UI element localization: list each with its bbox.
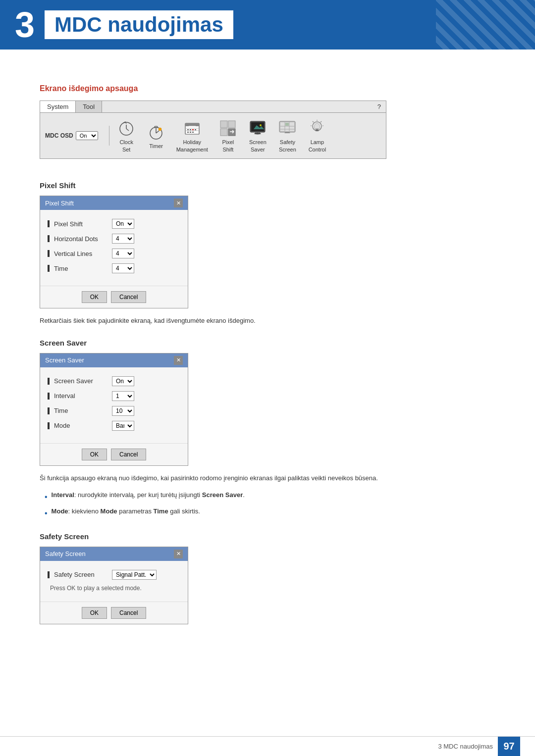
mode-bold2: Mode	[101, 507, 117, 515]
pixel-shift-label-text: Pixel Shift	[54, 220, 83, 228]
screen-saver-close-button[interactable]: ✕	[174, 356, 183, 365]
dialog-row-time: Time 4123	[48, 263, 180, 273]
svg-rect-38	[316, 130, 319, 131]
pixel-shift-close-button[interactable]: ✕	[174, 199, 183, 207]
safety-screen-close-button[interactable]: ✕	[174, 550, 183, 558]
svg-rect-9	[185, 123, 199, 126]
mode-bold: Mode	[52, 507, 68, 515]
pixel-shift-cancel-button[interactable]: Cancel	[111, 291, 146, 303]
screen-saver-ok-button[interactable]: OK	[82, 449, 107, 460]
pixel-shift-dialog: Pixel Shift ✕ Pixel Shift OnOff	[40, 196, 188, 308]
row-indicator	[48, 378, 50, 385]
toolbar-icon-screen-saver[interactable]: Screen Saver	[244, 117, 271, 154]
holiday-label-line2: Management	[176, 147, 208, 152]
mode-label-text: Mode	[54, 422, 70, 429]
svg-line-41	[313, 121, 314, 122]
time2-select[interactable]: 1051520	[112, 406, 134, 416]
dialog-row-pixel-shift: Pixel Shift OnOff	[48, 219, 180, 229]
svg-point-7	[159, 128, 161, 131]
svg-rect-22	[220, 129, 227, 136]
safety-screen-select[interactable]: Signal Patt...ScrollPixel	[112, 570, 157, 580]
svg-rect-16	[195, 129, 196, 130]
safety-screen-label-text: Safety Screen	[54, 571, 95, 578]
time-select[interactable]: 4123	[112, 263, 134, 273]
help-button[interactable]: ?	[373, 101, 386, 112]
page-footer: 3 MDC naudojimas 97	[0, 736, 535, 756]
safety-screen-body: Safety Screen Signal Patt...ScrollPixel …	[40, 561, 188, 599]
horiz-dots-value: 4123	[112, 234, 134, 244]
bullet-text-mode: Mode: kiekvieno Mode parametras Time gal…	[52, 506, 200, 517]
timer-icon	[147, 123, 165, 142]
pixelshift-label-line2: Shift	[222, 147, 233, 152]
safety-screen-row-label: Safety Screen	[48, 571, 112, 578]
screen-saver-heading: Screen Saver	[40, 339, 495, 347]
chapter-title: MDC naudojimas	[45, 10, 233, 39]
screensaver-label-line2: Saver	[251, 147, 265, 152]
toolbar-icon-holiday[interactable]: Holiday Management	[172, 117, 212, 154]
safety-screen-dialog: Safety Screen ✕ Safety Screen Signal Pat…	[40, 547, 188, 624]
chapter-number: 3	[15, 7, 35, 43]
vert-lines-select[interactable]: 4123	[112, 249, 134, 258]
toolbar-icon-safety-screen[interactable]: Safety Screen	[274, 117, 301, 154]
main-content: Ekrano išdegimo apsauga System Tool ? MD…	[0, 50, 535, 661]
tab-tool[interactable]: Tool	[76, 101, 102, 112]
time2-label: Time	[48, 407, 112, 414]
pixel-shift-row-value: OnOff	[112, 219, 134, 229]
toolbar-tabs: System Tool ?	[40, 101, 386, 113]
svg-rect-21	[228, 121, 235, 128]
horiz-dots-label: Horizontal Dots	[48, 235, 112, 243]
safety-screen-label-line2: Screen	[279, 147, 296, 152]
safetyscreen-svg	[278, 119, 296, 137]
row-indicator	[48, 250, 50, 257]
holiday-svg	[183, 119, 201, 137]
horiz-dots-select[interactable]: 4123	[112, 234, 134, 244]
safety-screen-titlebar: Safety Screen ✕	[40, 547, 188, 561]
pixel-shift-title: Pixel Shift	[45, 200, 74, 207]
screen-saver-cancel-button[interactable]: Cancel	[111, 449, 146, 460]
svg-rect-35	[285, 123, 289, 126]
screen-saver-select[interactable]: OnOff	[112, 376, 134, 386]
row-indicator	[48, 235, 50, 242]
timer-svg	[147, 123, 165, 141]
safety-screen-cancel-button[interactable]: Cancel	[111, 607, 146, 619]
pixel-shift-ok-button[interactable]: OK	[82, 291, 107, 303]
pixel-shift-select[interactable]: OnOff	[112, 219, 134, 229]
svg-line-40	[321, 121, 321, 122]
svg-point-32	[254, 133, 261, 135]
toolbar-icon-timer[interactable]: Timer	[143, 121, 170, 151]
bullet-dot-2: •	[45, 506, 48, 520]
bullet-item-interval: • Interval: nurodykite intervalą, per ku…	[45, 490, 495, 504]
clock-set-label-line2: Set	[122, 147, 131, 152]
dialog-row-vert-lines: Vertical Lines 4123	[48, 249, 180, 258]
mdc-osd-group: MDC OSD On Off	[45, 131, 98, 140]
holiday-icon	[183, 119, 202, 138]
mdc-osd-select[interactable]: On Off	[76, 131, 98, 140]
safety-screen-ok-button[interactable]: OK	[82, 607, 107, 619]
bullet-item-mode: • Mode: kiekvieno Mode parametras Time g…	[45, 506, 495, 520]
mode-select[interactable]: BarDot	[112, 421, 134, 431]
screen-saver-footer: OK Cancel	[40, 443, 188, 465]
row-indicator	[48, 265, 50, 272]
interval-label-text: Interval	[54, 392, 75, 400]
tab-system[interactable]: System	[40, 101, 76, 112]
toolbar-icon-pixel-shift[interactable]: Pixel Shift	[214, 117, 242, 154]
safety-screen-label-line1: Safety	[280, 139, 295, 145]
svg-rect-15	[192, 129, 194, 130]
svg-rect-17	[187, 132, 189, 133]
dialog-row-horiz-dots: Horizontal Dots 4123	[48, 234, 180, 244]
screen-saver-body: Screen Saver OnOff Interval 125	[40, 367, 188, 441]
toolbar-icon-clock-set[interactable]: Clock Set	[113, 117, 140, 154]
toolbar-panel: System Tool ? MDC OSD On Off	[40, 101, 386, 159]
interval-select[interactable]: 125	[112, 391, 134, 401]
horiz-dots-label-text: Horizontal Dots	[54, 235, 98, 243]
svg-rect-19	[192, 132, 194, 133]
toolbar-icon-lamp[interactable]: Lamp Control	[304, 117, 331, 154]
screensaver-label-line1: Screen	[249, 139, 267, 145]
safety-screen-footer: OK Cancel	[40, 602, 188, 624]
safety-screen-icon	[278, 119, 297, 138]
toolbar-body: MDC OSD On Off Clock Set	[40, 113, 386, 158]
vert-lines-value: 4123	[112, 249, 134, 258]
svg-rect-37	[316, 129, 319, 130]
svg-rect-18	[190, 132, 191, 133]
time2-label-text: Time	[54, 407, 68, 414]
